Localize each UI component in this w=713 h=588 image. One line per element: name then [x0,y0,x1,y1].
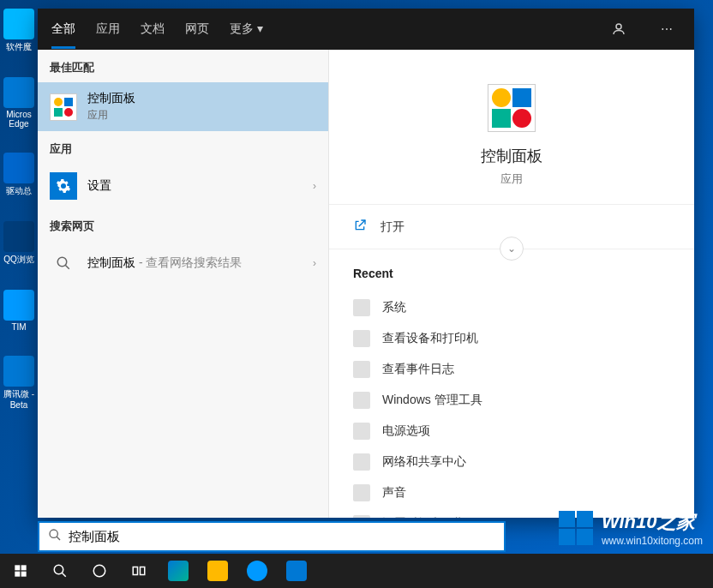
recent-item-label: 设置时间和日期 [382,516,466,518]
desktop-icon-label: Micros Edge [2,110,36,129]
apps-label: 应用 [38,131,328,164]
cortana-button[interactable] [82,554,117,588]
search-input-box[interactable] [38,521,506,552]
feedback-icon[interactable] [605,15,632,43]
preview-control-panel-icon [488,84,536,132]
desktop-icons-column: 软件魔Micros Edge驱动总QQ浏览TIM腾讯微 -Beta [2,9,36,410]
svg-point-9 [54,565,63,574]
preview-column: 控制面板 应用 打开 ⌄ Recent 系统查看设备和打印机查看事件日志Wind… [328,50,694,518]
search-panel-body: 最佳匹配 控制面板 应用 应用 设置 › [38,50,694,518]
chevron-right-icon: › [313,180,316,192]
recent-item-icon [353,330,370,347]
svg-point-3 [50,530,57,537]
recent-item[interactable]: 网络和共享中心 [353,447,670,477]
recent-item-label: 电源选项 [382,423,430,439]
search-icon [50,249,77,277]
search-input[interactable] [69,530,495,544]
more-options-icon[interactable]: ⋯ [653,15,680,43]
recent-item-icon [353,515,370,518]
search-icon [48,528,62,545]
recent-item-label: Windows 管理工具 [382,393,482,408]
result-subtitle: 应用 [87,108,316,123]
svg-rect-13 [141,567,145,575]
result-settings[interactable]: 设置 › [38,164,328,208]
recent-item[interactable]: 系统 [353,292,670,323]
desktop-icon-label: 驱动总 [6,185,32,197]
desktop-icon-label: 腾讯微 -Beta [2,388,36,410]
chevron-right-icon: › [313,257,316,269]
recent-item-icon [353,361,370,378]
taskbar-search-button[interactable] [43,554,77,588]
preview-subtitle: 应用 [346,171,677,187]
recent-item-icon [353,453,370,471]
desktop-icon[interactable]: 软件魔 [2,9,36,53]
recent-item[interactable]: 查看事件日志 [353,354,670,385]
taskbar-app-people[interactable] [279,554,314,588]
recent-item[interactable]: 电源选项 [353,416,670,447]
svg-rect-5 [15,565,20,570]
tab-more[interactable]: 更多 ▾ [230,9,263,49]
app-icon [3,9,34,39]
recent-item-label: 网络和共享中心 [382,454,466,470]
open-icon [353,219,370,235]
open-action[interactable]: 打开 ⌄ [329,205,694,249]
control-panel-icon [50,93,77,121]
app-icon [3,290,34,321]
result-title: 设置 [87,178,313,194]
tab-all[interactable]: 全部 [51,9,75,49]
recent-item-label: 声音 [382,485,406,501]
windows-logo-icon [559,511,593,545]
svg-rect-8 [21,572,27,577]
recent-item-icon [353,299,370,316]
taskbar-app-browser[interactable] [240,554,274,588]
recent-item-icon [353,392,370,409]
result-title: 控制面板 [87,91,316,106]
svg-rect-12 [133,567,137,575]
svg-point-1 [57,257,67,267]
app-icon [3,153,34,183]
desktop-icon[interactable]: 腾讯微 -Beta [2,356,36,410]
recent-item-label: 查看事件日志 [382,362,454,377]
start-button[interactable] [3,554,38,588]
recent-item[interactable]: 查看设备和打印机 [353,323,670,354]
svg-line-4 [57,537,60,540]
desktop-icon-label: TIM [11,322,26,332]
tab-web[interactable]: 网页 [185,9,209,49]
tab-apps[interactable]: 应用 [96,9,120,49]
taskbar-app-edge[interactable] [161,554,195,588]
svg-point-0 [616,24,621,29]
recent-item[interactable]: 声音 [353,477,670,508]
desktop-icon[interactable]: TIM [2,290,36,332]
svg-rect-6 [21,565,27,570]
recent-item-label: 系统 [382,300,406,315]
svg-point-11 [93,565,105,577]
recent-item[interactable]: Windows 管理工具 [353,385,670,416]
desktop-icon-label: 软件魔 [6,41,32,53]
search-results-column: 最佳匹配 控制面板 应用 应用 设置 › [38,50,328,518]
task-view-button[interactable] [122,554,156,588]
svg-line-10 [62,573,66,577]
desktop-icon[interactable]: QQ浏览 [2,221,36,266]
desktop-icon[interactable]: Micros Edge [2,77,36,129]
svg-line-2 [65,265,69,269]
watermark-title: Win10之家 [602,509,703,535]
preview-title: 控制面板 [346,146,677,166]
settings-icon [50,172,77,200]
svg-rect-7 [15,572,20,577]
preview-header: 控制面板 应用 [329,50,694,205]
app-icon [3,77,34,108]
recent-label: Recent [353,267,670,280]
result-web-search[interactable]: 控制面板 - 查看网络搜索结果 › [38,241,328,285]
web-label: 搜索网页 [38,208,328,241]
desktop-icon[interactable]: 驱动总 [2,153,36,197]
expand-chevron-icon[interactable]: ⌄ [500,237,524,261]
best-match-label: 最佳匹配 [38,50,328,82]
taskbar-app-explorer[interactable] [201,554,235,588]
result-control-panel[interactable]: 控制面板 应用 [38,82,328,131]
result-title: 控制面板 - 查看网络搜索结果 [87,255,313,271]
tab-documents[interactable]: 文档 [141,9,165,49]
app-icon [3,356,34,387]
recent-section: Recent 系统查看设备和打印机查看事件日志Windows 管理工具电源选项网… [329,249,694,518]
watermark-url: www.win10xitong.com [602,535,703,547]
open-label: 打开 [380,219,404,235]
